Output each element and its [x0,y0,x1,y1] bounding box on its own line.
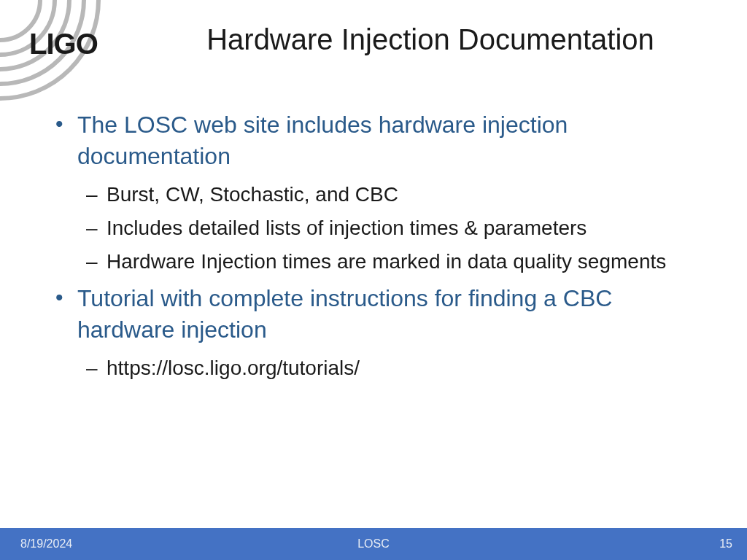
slide-title: Hardware Injection Documentation [146,23,715,56]
footer-page-number: 15 [719,537,732,551]
bullet-text: Tutorial with complete instructions for … [77,285,612,343]
footer-center-label: LOSC [0,537,747,551]
slide-footer: 8/19/2024 LOSC 15 [0,528,747,560]
sub-bullet-item: Includes detailed lists of injection tim… [77,214,708,242]
slide-body: The LOSC web site includes hardware inje… [51,109,708,389]
sub-bullet-item: Hardware Injection times are marked in d… [77,248,708,276]
bullet-item: The LOSC web site includes hardware inje… [51,109,708,276]
bullet-item: Tutorial with complete instructions for … [51,283,708,382]
ligo-logo: LIGO [29,28,98,61]
bullet-text: The LOSC web site includes hardware inje… [77,112,568,169]
slide: LIGO Hardware Injection Documentation Th… [0,0,747,560]
sub-bullet-item: https://losc.ligo.org/tutorials/ [77,354,708,382]
sub-bullet-item: Burst, CW, Stochastic, and CBC [77,181,708,209]
